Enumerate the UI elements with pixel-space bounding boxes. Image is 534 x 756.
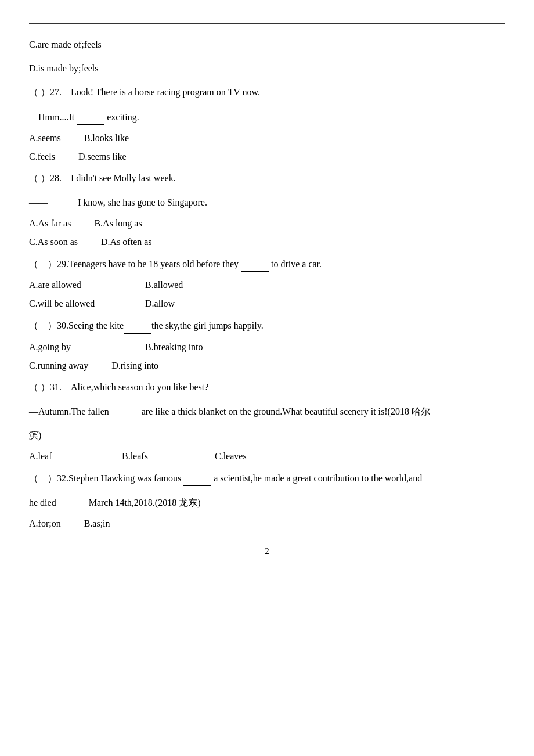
blank: [124, 317, 151, 333]
blank: [59, 494, 86, 510]
q28-stem: （ ）28.—I didn't see Molly last week.: [29, 170, 505, 186]
blank: [111, 403, 139, 419]
q31-response2: 滨): [29, 427, 505, 443]
q31-stem: （ ）31.—Alice,which season do you like be…: [29, 379, 505, 395]
option-c-line: C.are made of;feels: [29, 37, 505, 52]
q31-response1: —Autumn.The fallen are like a thick blan…: [29, 403, 505, 419]
q28-response: —— I know, she has gone to Singapore.: [29, 194, 505, 210]
q27-options-ab: A.seems B.looks like: [29, 133, 505, 143]
blank: [48, 194, 75, 210]
q32-options-ab: A.for;on B.as;in: [29, 519, 505, 529]
blank: [183, 470, 211, 486]
q27-stem: （ ）27.—Look! There is a horse racing pro…: [29, 84, 505, 100]
q29-stem: （ ）29.Teenagers have to be 18 years old …: [29, 255, 505, 272]
q31-options-abc: A.leaf B.leafs C.leaves: [29, 451, 505, 462]
q30-stem: （ ）30.Seeing the kite the sky,the girl j…: [29, 317, 505, 333]
blank: [241, 255, 269, 272]
q30-options-ab: A.going by B.breaking into: [29, 342, 505, 352]
q29-options-cd: C.will be allowed D.allow: [29, 298, 505, 309]
q29-options-ab: A.are allowed B.allowed: [29, 280, 505, 290]
q32-stem: （ ）32.Stephen Hawking was famous a scien…: [29, 470, 505, 486]
q28-options-cd: C.As soon as D.As often as: [29, 237, 505, 247]
top-divider: [29, 23, 505, 24]
page-number: 2: [29, 546, 505, 556]
q28-options-ab: A.As far as B.As long as: [29, 218, 505, 229]
q27-options-cd: C.feels D.seems like: [29, 152, 505, 162]
blank: [77, 109, 104, 125]
option-d-line: D.is made by;feels: [29, 60, 505, 76]
q32-response: he died March 14th,2018.(2018 龙东): [29, 494, 505, 510]
q30-options-cd: C.running away D.rising into: [29, 361, 505, 371]
q27-response: —Hmm....It exciting.: [29, 109, 505, 125]
